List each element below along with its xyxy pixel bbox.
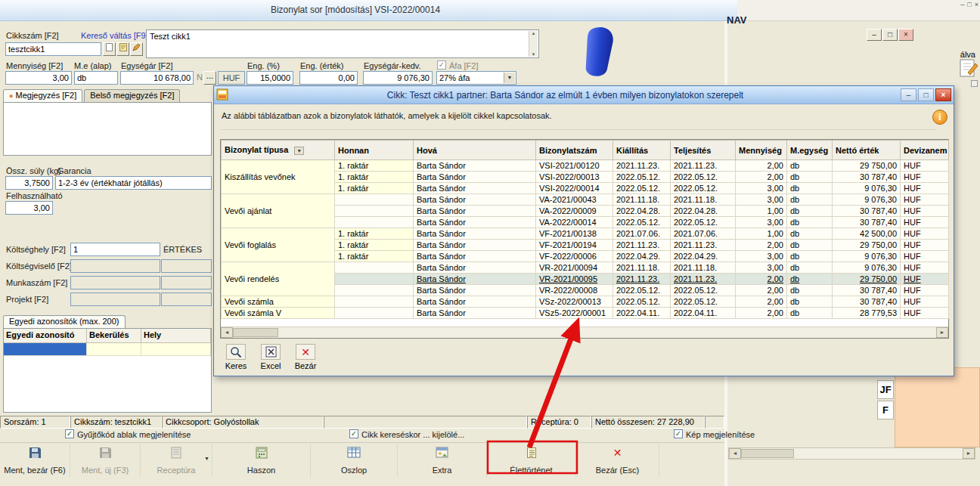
- gyujtokod-checkbox[interactable]: ✓: [65, 429, 74, 438]
- sort-desc-icon[interactable]: ▼: [294, 147, 304, 155]
- column-header[interactable]: Devizanem: [901, 141, 949, 160]
- horizontal-scrollbar[interactable]: ◄ ►: [728, 447, 975, 460]
- afa-checkbox[interactable]: ✓: [437, 60, 446, 70]
- eng-pct-input[interactable]: 15,0000: [247, 71, 293, 85]
- tab-belso-megjegyzes[interactable]: Belső megjegyzés [F2]: [84, 89, 180, 102]
- cell-netto: 30 787,40: [833, 285, 901, 296]
- history-row[interactable]: Vevői rendelésBarta SándorVR-2021/000942…: [222, 262, 949, 274]
- mennyiseg-input[interactable]: 3,00: [5, 71, 72, 85]
- megjegyzes-textarea[interactable]: [3, 102, 212, 156]
- history-row[interactable]: Vevői ajánlatBarta SándorVA-2021/0004320…: [222, 194, 949, 206]
- scroll-left-icon[interactable]: ◄: [729, 448, 741, 459]
- scroll-left-icon[interactable]: ◄: [221, 327, 233, 338]
- column-header[interactable]: Mennyiség: [736, 141, 787, 160]
- dialog-titlebar[interactable]: Cikk: Teszt cikk1 partner: Barta Sándor …: [214, 86, 954, 104]
- cell-teljesites: 2022.04.29.: [671, 251, 736, 262]
- kep-label: Kép megjelenítése: [686, 430, 755, 439]
- history-row[interactable]: Vevői foglalás1. raktárBarta SándorVF-20…: [222, 228, 949, 240]
- cell-teljesites: 2021.11.23.: [671, 274, 736, 285]
- scroll-right-icon[interactable]: ►: [963, 448, 975, 459]
- history-dialog: Cikk: Teszt cikk1 partner: Barta Sándor …: [213, 85, 954, 376]
- dialog-close-button[interactable]: ×: [935, 88, 951, 101]
- dialog-maximize-button[interactable]: □: [918, 88, 934, 101]
- egyedi-col-header[interactable]: Hely: [141, 329, 211, 343]
- me-input[interactable]: db: [74, 71, 118, 85]
- minimize-icon[interactable]: –: [867, 29, 882, 41]
- keres-button[interactable]: Keres: [220, 344, 252, 376]
- cell-deviza: HUF: [901, 194, 949, 206]
- scroll-up-icon[interactable]: ▲: [529, 31, 538, 36]
- minimize-icon[interactable]: –: [960, 1, 964, 11]
- clear-button[interactable]: [103, 42, 116, 56]
- koltsegviselo-input[interactable]: [70, 259, 160, 273]
- column-header[interactable]: Teljesítés: [671, 141, 736, 160]
- column-header[interactable]: Nettó érték: [833, 141, 901, 160]
- toolbar-button-label: Élettörténet: [487, 466, 575, 475]
- toolbar-button-elettortenet[interactable]: Élettörténet: [487, 444, 576, 477]
- garancia-select[interactable]: 1-2-3 év (értékhatár jótállás): [55, 176, 212, 190]
- info-icon[interactable]: i: [932, 110, 947, 125]
- eng-ertek-input[interactable]: 0,00: [299, 71, 358, 85]
- dialog-minimize-button[interactable]: –: [901, 88, 916, 101]
- history-row[interactable]: Vevői számla VBarta SándorVSz5-2022/0000…: [222, 308, 949, 319]
- scroll-thumb[interactable]: [233, 328, 278, 337]
- column-header[interactable]: Kiállítás: [613, 141, 671, 160]
- excel-button[interactable]: Excel: [255, 344, 287, 376]
- egyedi-col-header[interactable]: Bekerülés: [87, 329, 141, 343]
- cikk-kereses-checkbox[interactable]: ✓: [349, 429, 358, 438]
- horizontal-scrollbar[interactable]: ◄ ►: [221, 327, 948, 338]
- cikkszam-input[interactable]: tesztcikk1: [5, 42, 101, 56]
- toolbar-button-oszlop[interactable]: Oszlop: [311, 444, 398, 477]
- cell-honnan: [335, 285, 414, 296]
- kereso-valtas-link[interactable]: Kereső váltás [F9]: [81, 31, 148, 40]
- felhasznalhato-input[interactable]: 3,00: [5, 201, 53, 215]
- ossz-suly-input[interactable]: 3,7500: [5, 176, 53, 190]
- toolbar-button-ment-bezar[interactable]: Ment, bezár (F6): [0, 444, 70, 477]
- egysegar-kedv-input[interactable]: 9 076,30: [363, 71, 433, 85]
- koltseghely-input[interactable]: 1: [70, 243, 160, 256]
- tab-megjegyzes[interactable]: ● Megjegyzés [F2]: [3, 89, 82, 102]
- cell-teljesites: 2021.07.06.: [671, 228, 736, 240]
- small-grid-icon[interactable]: [971, 80, 978, 87]
- egysegar-input[interactable]: 10 678,00: [120, 71, 194, 85]
- vertical-scrollbar[interactable]: ▲ ▼: [529, 31, 538, 57]
- kep-checkbox[interactable]: ✓: [674, 429, 683, 438]
- column-header[interactable]: Honnan: [335, 141, 414, 160]
- projekt-input[interactable]: [70, 293, 160, 306]
- egyedi-selected-cell[interactable]: [4, 343, 87, 356]
- scroll-down-icon[interactable]: ▼: [529, 52, 538, 57]
- chevron-down-icon[interactable]: ▼: [504, 73, 515, 83]
- history-row[interactable]: Vevői számlaBarta SándorVSz-2022/0001320…: [222, 296, 949, 308]
- cell-kiallitas: 2021.11.23.: [613, 240, 671, 251]
- toolbar-button-bezar[interactable]: ✕ Bezár (Esc): [576, 444, 659, 477]
- egysegar-label: Egységár [F2]: [121, 61, 172, 70]
- chevron-down-icon[interactable]: ▼: [204, 456, 209, 461]
- tab-egyedi-azonositok[interactable]: Egyedi azonosítók (max. 200): [3, 315, 126, 328]
- edit-button[interactable]: [130, 42, 143, 56]
- toolbar-button-label: Ment, új (F3): [70, 466, 140, 475]
- toolbar-button-haszon[interactable]: Haszon: [212, 444, 311, 477]
- column-header[interactable]: M.egység: [787, 141, 833, 160]
- lookup-dots-button[interactable]: ...: [203, 71, 216, 85]
- egyedi-col-header[interactable]: Egyedi azonosító: [4, 329, 87, 343]
- edit-document-icon[interactable]: [959, 57, 978, 80]
- maximize-icon[interactable]: □: [967, 1, 971, 11]
- maximize-icon[interactable]: □: [882, 29, 898, 41]
- close-icon[interactable]: ×: [975, 1, 978, 11]
- main-window-titlebar[interactable]: Bizonylat sor [módosítás] VSI-2022/00014: [0, 0, 737, 21]
- munkaszam-input[interactable]: [70, 276, 160, 289]
- close-icon[interactable]: ×: [898, 29, 913, 41]
- toolbar-button-extra[interactable]: Extra: [398, 444, 487, 477]
- bezar-button[interactable]: ✕ Bezár: [290, 344, 321, 376]
- scroll-thumb[interactable]: [741, 449, 794, 458]
- column-header[interactable]: Bizonylatszám: [536, 141, 613, 160]
- column-header[interactable]: Bizonylat típusa▼: [222, 141, 335, 160]
- history-table-header-row: Bizonylat típusa▼HonnanHováBizonylatszám…: [222, 141, 949, 160]
- scroll-track: [278, 327, 936, 338]
- note-button[interactable]: [116, 42, 129, 56]
- column-header[interactable]: Hová: [414, 141, 536, 160]
- cikknev-box[interactable]: Teszt cikk1 ▲ ▼: [146, 29, 539, 58]
- afa-select[interactable]: 27% áfa ▼: [436, 71, 516, 85]
- scroll-right-icon[interactable]: ►: [936, 327, 948, 338]
- history-row[interactable]: Kiszállítás vevőnek1. raktárBarta Sándor…: [222, 160, 949, 172]
